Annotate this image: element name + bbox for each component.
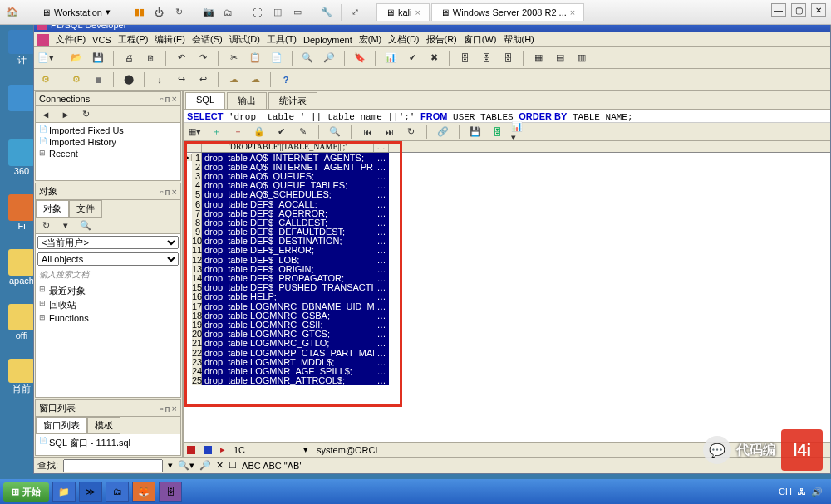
menu-edit[interactable]: 编辑(E) (155, 33, 185, 46)
open-icon[interactable]: 📂 (68, 50, 85, 66)
table-row[interactable]: 12drop table DEF$_LOB;… (184, 255, 830, 264)
tree-item[interactable]: 最近对象 (37, 284, 179, 298)
task-item[interactable]: 🗄 (159, 482, 182, 502)
refresh-icon[interactable]: ↻ (77, 106, 94, 123)
pin-icon[interactable]: ▫ (160, 404, 164, 413)
tab-objects[interactable]: 对象 (36, 200, 69, 218)
col-rownum[interactable] (184, 141, 202, 152)
tab-winlist[interactable]: 窗口列表 (36, 417, 87, 434)
table-row[interactable]: 15drop table DEF$_PUSHED_TRANSACTIONS;… (184, 283, 830, 292)
close-icon[interactable]: × (172, 404, 177, 413)
table-row[interactable]: 17drop table LOGMNRC_DBNAME_UID_MAP;… (184, 301, 830, 311)
close-icon[interactable]: × (172, 94, 177, 104)
stop-icon[interactable]: ⏹ (90, 71, 106, 88)
expand-icon[interactable]: ⤢ (348, 5, 363, 20)
minimize-icon[interactable]: — (771, 3, 786, 17)
table-row[interactable]: 25drop table LOGMNR_ATTRCOL$;… (184, 376, 830, 385)
commit-icon[interactable]: ✔ (273, 125, 288, 139)
system-tray[interactable]: CH 🖧 🔊 (779, 487, 828, 497)
col-more[interactable]: … (374, 141, 389, 152)
menu-macro[interactable]: 宏(M) (359, 33, 382, 46)
explain-icon[interactable]: 📊 (382, 50, 399, 66)
tab-sql[interactable]: SQL (185, 92, 225, 109)
step3-icon[interactable]: ↩ (194, 71, 211, 88)
tree-item[interactable]: Recent (37, 148, 179, 159)
bookmark-icon[interactable]: 🔖 (352, 50, 368, 66)
menu-vcs[interactable]: VCS (92, 35, 111, 45)
col-droptable[interactable]: 'DROPTABLE'||TABLE_NAME||';' (202, 141, 374, 152)
print-icon[interactable]: 🖨 (120, 50, 137, 66)
tile3-icon[interactable]: ▥ (573, 50, 590, 66)
menu-help[interactable]: 帮助(H) (504, 33, 534, 46)
db3-icon[interactable]: 🗄 (499, 50, 516, 66)
table-row[interactable]: 6drop table DEF$_AQCALL;… (184, 199, 830, 208)
tab-files[interactable]: 文件 (69, 200, 102, 218)
close-icon[interactable]: × (570, 7, 575, 17)
sql-editor[interactable]: SELECT 'drop table ' || table_name ||';'… (184, 110, 830, 123)
menu-deployment[interactable]: Deployment (303, 35, 352, 45)
menu-report[interactable]: 报告(R) (426, 33, 457, 46)
vm-tab-windows[interactable]: 🖥 Windows Server 2008 R2 ... × (431, 3, 584, 21)
edit-icon[interactable]: ✎ (295, 125, 310, 139)
search-down-icon[interactable]: ▾ (168, 460, 173, 471)
winlist-item[interactable]: SQL 窗口 - 1111.sql (37, 436, 179, 450)
table-row[interactable]: 9drop table DEF$_DEFAULTDEST;… (184, 228, 830, 237)
tile-icon[interactable]: ▦ (530, 50, 547, 66)
paste-icon[interactable]: 📄 (268, 50, 285, 66)
unity-icon[interactable]: ◫ (270, 5, 285, 20)
table-row[interactable]: 23drop table LOGMNRT_MDDL$;… (184, 357, 830, 366)
table-row[interactable]: ▸1drop table AQ$_INTERNET_AGENTS;… (184, 153, 830, 162)
nav-fwd-icon[interactable]: ► (57, 106, 74, 123)
add-icon[interactable]: ＋ (209, 125, 224, 139)
menu-file[interactable]: 文件(F) (56, 33, 86, 46)
help-icon[interactable]: ? (278, 71, 294, 88)
tab-output[interactable]: 输出 (227, 92, 267, 109)
find-icon[interactable]: 🔍 (77, 218, 94, 234)
dock-icon[interactable]: п (165, 404, 170, 413)
tile2-icon[interactable]: ▤ (552, 50, 568, 66)
filter-icon[interactable]: ▾ (57, 218, 74, 234)
table-row[interactable]: 8drop table DEF$_CALLDEST;… (184, 218, 830, 227)
cut-icon[interactable]: ✂ (225, 50, 242, 66)
power-icon[interactable]: ⏻ (152, 5, 167, 20)
rollback-icon[interactable]: ✖ (425, 50, 442, 66)
tool-icon[interactable]: 🔧 (319, 5, 334, 20)
refresh-icon[interactable]: ↻ (403, 125, 418, 139)
table-row[interactable]: 7drop table DEF$_AQERROR;… (184, 208, 830, 218)
close-icon[interactable]: × (172, 187, 177, 197)
cloud2-icon[interactable]: ☁ (247, 71, 263, 88)
pause-icon[interactable]: ▮▮ (132, 5, 147, 20)
snapshot-icon[interactable]: 📷 (201, 5, 216, 20)
close-icon[interactable]: × (415, 7, 420, 17)
table-row[interactable]: 20drop table LOGMNRC_GTCS;… (184, 330, 830, 339)
tray-lang-icon[interactable]: CH (779, 487, 792, 497)
reset-icon[interactable]: ↻ (172, 5, 187, 20)
close-icon[interactable]: ✕ (811, 3, 826, 17)
menu-debug[interactable]: 调试(D) (229, 33, 260, 46)
link-icon[interactable]: 🔗 (435, 125, 450, 139)
table-row[interactable]: 14drop table DEF$_PROPAGATOR;… (184, 273, 830, 282)
result-grid[interactable]: 'DROPTABLE'||TABLE_NAME||';' … ▸1drop ta… (184, 141, 830, 385)
menu-session[interactable]: 会话(S) (192, 33, 223, 46)
grid-icon[interactable]: ▦▾ (187, 125, 202, 139)
start-button[interactable]: ⊞ 开始 (3, 482, 49, 502)
filter-select[interactable]: All objects (37, 252, 179, 266)
table-row[interactable]: 2drop table AQ$_INTERNET_AGENT_PRIVS;… (184, 162, 830, 171)
save-icon[interactable]: 💾 (90, 50, 106, 66)
undo-icon[interactable]: ↶ (173, 50, 189, 66)
tree-item[interactable]: Imported History (37, 136, 179, 148)
task-item[interactable]: ≫ (79, 482, 102, 502)
step2-icon[interactable]: ↪ (173, 71, 189, 88)
view-icon[interactable]: ▭ (290, 5, 305, 20)
preview-icon[interactable]: 🗎 (142, 50, 159, 66)
export-icon[interactable]: 🗄 (489, 125, 504, 139)
table-row[interactable]: 24drop table LOGMNR_AGE_SPILL$;… (184, 366, 830, 375)
home-icon[interactable]: 🏠 (5, 5, 20, 20)
search-input[interactable] (63, 459, 163, 472)
pin-icon[interactable]: ▫ (160, 187, 164, 197)
table-row[interactable]: 10drop table DEF$_DESTINATION;… (184, 237, 830, 246)
table-row[interactable]: 11drop table DEF$_ERROR;… (184, 246, 830, 255)
workstation-dropdown[interactable]: 🖥 Workstation ▾ (34, 4, 118, 20)
find-icon[interactable]: 🔍▾ (178, 460, 194, 471)
table-row[interactable]: 13drop table DEF$_ORIGIN;… (184, 264, 830, 273)
